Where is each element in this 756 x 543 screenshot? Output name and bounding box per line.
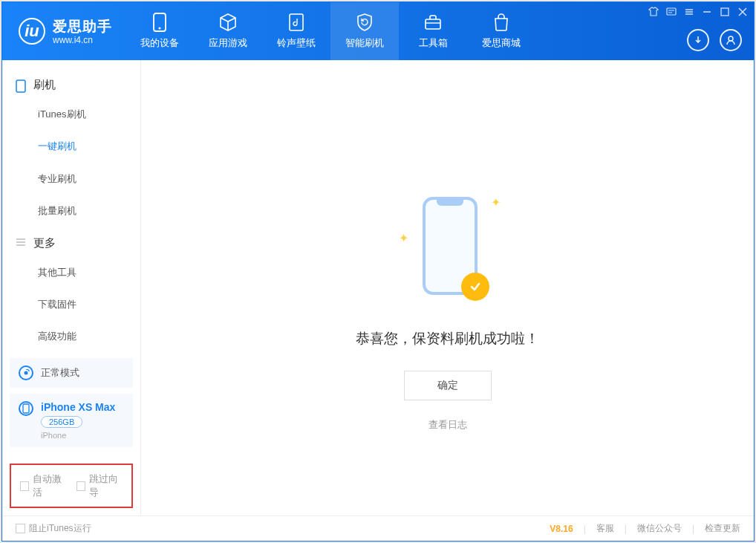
sidebar-item-itunes-flash[interactable]: iTunes刷机 bbox=[2, 98, 140, 130]
block-itunes-checkbox[interactable]: 阻止iTunes运行 bbox=[16, 522, 91, 535]
mode-icon bbox=[19, 365, 33, 380]
success-message: 恭喜您，保资料刷机成功啦！ bbox=[356, 329, 539, 348]
tab-label: 铃声壁纸 bbox=[277, 36, 316, 50]
tab-apps-games[interactable]: 应用游戏 bbox=[194, 2, 262, 60]
brand-url: www.i4.cn bbox=[53, 35, 112, 45]
sparkle-icon: ✦ bbox=[491, 195, 498, 203]
tab-smart-flash[interactable]: 智能刷机 bbox=[330, 2, 399, 60]
close-button[interactable] bbox=[737, 7, 748, 19]
sidebar-group-flash: 刷机 bbox=[2, 69, 140, 98]
tab-label: 工具箱 bbox=[419, 36, 448, 50]
sidebar-item-other-tools[interactable]: 其他工具 bbox=[2, 256, 140, 288]
statusbar: 阻止iTunes运行 V8.16 | 客服 | 微信公众号 | 检查更新 bbox=[2, 516, 754, 541]
svg-rect-16 bbox=[16, 80, 25, 92]
checkbox-label: 阻止iTunes运行 bbox=[29, 522, 91, 535]
tshirt-icon[interactable] bbox=[648, 7, 659, 19]
wechat-link[interactable]: 微信公众号 bbox=[637, 522, 682, 535]
checkbox-icon bbox=[76, 481, 85, 491]
sidebar-item-download-firmware[interactable]: 下载固件 bbox=[2, 288, 140, 320]
mode-label: 正常模式 bbox=[41, 366, 79, 380]
nav-tabs: 我的设备 应用游戏 铃声壁纸 智能刷机 bbox=[126, 2, 535, 60]
logo-icon: iu bbox=[19, 18, 45, 45]
list-icon bbox=[16, 237, 27, 249]
checkbox-label: 跳过向导 bbox=[89, 472, 123, 499]
ok-button[interactable]: 确定 bbox=[404, 371, 492, 400]
side-nav: 刷机 iTunes刷机 一键刷机 专业刷机 批量刷机 更多 其他工具 下载固件 … bbox=[2, 60, 140, 352]
brand-name: 爱思助手 bbox=[53, 17, 112, 36]
tab-toolbox[interactable]: 工具箱 bbox=[399, 2, 467, 60]
logo-block: iu 爱思助手 www.i4.cn bbox=[2, 2, 126, 60]
main-content: ✦ ✦ 恭喜您，保资料刷机成功啦！ 确定 查看日志 bbox=[141, 60, 754, 516]
device-model: iPhone bbox=[41, 431, 115, 440]
tab-label: 爱思商城 bbox=[482, 36, 521, 50]
cube-icon bbox=[218, 13, 238, 32]
music-file-icon bbox=[287, 13, 306, 32]
header-right-icons bbox=[687, 29, 742, 51]
download-button[interactable] bbox=[687, 29, 709, 51]
titlebar: iu 爱思助手 www.i4.cn 我的设备 应用游戏 bbox=[2, 2, 754, 60]
tab-store[interactable]: 爱思商城 bbox=[467, 2, 535, 60]
device-icon bbox=[150, 13, 169, 32]
body: 刷机 iTunes刷机 一键刷机 专业刷机 批量刷机 更多 其他工具 下载固件 … bbox=[2, 60, 754, 516]
svg-rect-2 bbox=[290, 14, 303, 30]
tab-label: 我的设备 bbox=[140, 36, 179, 50]
sidebar: 刷机 iTunes刷机 一键刷机 专业刷机 批量刷机 更多 其他工具 下载固件 … bbox=[2, 60, 141, 516]
mode-card[interactable]: 正常模式 bbox=[10, 358, 133, 388]
checkbox-icon bbox=[16, 524, 25, 533]
auto-activate-checkbox[interactable]: 自动激活 bbox=[20, 472, 66, 499]
tab-label: 智能刷机 bbox=[345, 36, 384, 50]
svg-point-20 bbox=[25, 371, 28, 375]
device-name: iPhone XS Max bbox=[41, 401, 115, 413]
success-illustration: ✦ ✦ bbox=[396, 189, 500, 308]
tab-label: 应用游戏 bbox=[209, 36, 247, 50]
minimize-button[interactable] bbox=[702, 7, 712, 19]
sidebar-item-batch-flash[interactable]: 批量刷机 bbox=[2, 195, 140, 227]
window-controls bbox=[648, 7, 748, 19]
customer-service-link[interactable]: 客服 bbox=[596, 522, 614, 535]
user-button[interactable] bbox=[720, 29, 742, 51]
view-log-link[interactable]: 查看日志 bbox=[428, 418, 467, 432]
sparkle-icon: ✦ bbox=[399, 231, 406, 238]
sidebar-group-more: 更多 bbox=[2, 227, 140, 256]
checkbox-icon bbox=[20, 481, 29, 491]
feedback-icon[interactable] bbox=[666, 7, 677, 19]
svg-rect-3 bbox=[426, 19, 440, 29]
check-update-link[interactable]: 检查更新 bbox=[705, 522, 740, 535]
svg-rect-5 bbox=[667, 8, 676, 15]
checkbox-label: 自动激活 bbox=[33, 472, 66, 499]
skip-guide-checkbox[interactable]: 跳过向导 bbox=[76, 472, 123, 499]
svg-rect-21 bbox=[23, 404, 29, 413]
group-label: 刷机 bbox=[33, 78, 56, 92]
menu-icon[interactable] bbox=[684, 7, 694, 19]
toolbox-icon bbox=[423, 13, 443, 32]
version-label: V8.16 bbox=[550, 524, 573, 534]
sidebar-item-pro-flash[interactable]: 专业刷机 bbox=[2, 163, 140, 195]
tab-my-device[interactable]: 我的设备 bbox=[126, 2, 194, 60]
shield-refresh-icon bbox=[355, 13, 374, 32]
svg-point-15 bbox=[729, 36, 733, 41]
group-label: 更多 bbox=[33, 236, 56, 250]
maximize-button[interactable] bbox=[720, 7, 730, 19]
svg-point-1 bbox=[159, 27, 161, 30]
app-window: iu 爱思助手 www.i4.cn 我的设备 应用游戏 bbox=[1, 1, 755, 542]
bag-icon bbox=[492, 13, 511, 32]
tab-ringtones-wallpapers[interactable]: 铃声壁纸 bbox=[262, 2, 330, 60]
device-boxes: 正常模式 iPhone XS Max 256GB iPhone bbox=[2, 352, 140, 459]
sidebar-item-onekey-flash[interactable]: 一键刷机 bbox=[2, 130, 140, 162]
phone-small-icon bbox=[16, 79, 27, 91]
device-info: iPhone XS Max 256GB iPhone bbox=[41, 401, 115, 440]
bottom-check-row: 自动激活 跳过向导 bbox=[10, 464, 133, 508]
device-capacity: 256GB bbox=[41, 416, 82, 428]
svg-rect-12 bbox=[721, 8, 729, 16]
device-small-icon bbox=[19, 401, 33, 416]
sidebar-item-advanced[interactable]: 高级功能 bbox=[2, 320, 140, 352]
check-badge-icon bbox=[461, 273, 489, 301]
device-card[interactable]: iPhone XS Max 256GB iPhone bbox=[10, 394, 133, 447]
logo-text: 爱思助手 www.i4.cn bbox=[53, 17, 112, 45]
